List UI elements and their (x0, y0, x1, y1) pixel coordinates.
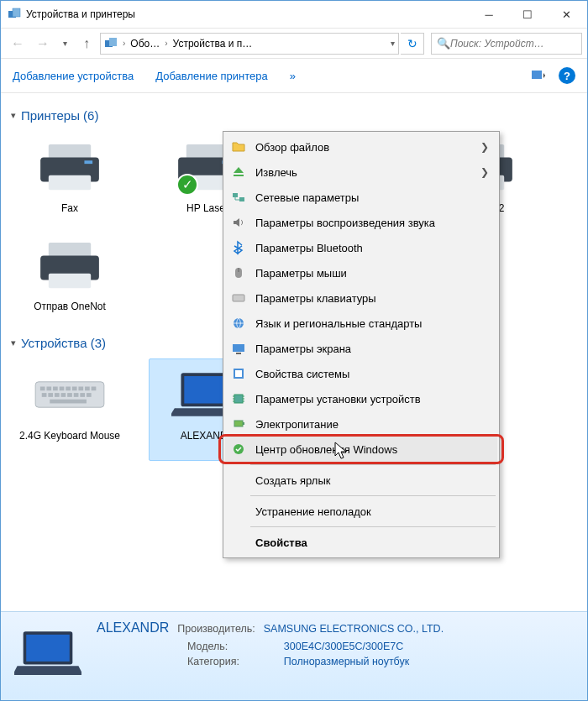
toolbar: Добавление устройства Добавление принтер… (1, 58, 587, 93)
svg-rect-27 (85, 387, 90, 391)
svg-rect-31 (55, 393, 60, 397)
menu-item[interactable]: Параметры мыши (225, 260, 497, 285)
chevron-right-icon: › (161, 39, 171, 48)
menu-item-label: Создать ярлык (255, 474, 489, 487)
group-label: Принтеры (6) (21, 108, 98, 123)
view-options-button[interactable] (527, 66, 550, 85)
svg-rect-46 (239, 197, 244, 201)
svg-rect-55 (234, 395, 243, 403)
menu-item-label: Параметры установки устройств (255, 393, 489, 405)
menu-item-label: Язык и региональные стандарты (255, 317, 489, 330)
menu-item[interactable]: Электропитание (225, 411, 497, 437)
details-title: ALEXANDR (97, 620, 169, 636)
menu-item-label: Параметры Bluetooth (255, 242, 489, 254)
search-box[interactable]: 🔍 (431, 33, 582, 55)
svg-rect-21 (46, 387, 51, 391)
details-key: Модель: (187, 641, 274, 652)
svg-rect-29 (42, 393, 47, 397)
details-pane: ALEXANDR Производитель: SAMSUNG ELECTRON… (1, 611, 587, 700)
svg-rect-52 (236, 353, 241, 354)
details-key: Производитель: (177, 623, 255, 635)
devices-printers-icon (8, 8, 21, 21)
svg-rect-30 (48, 393, 53, 397)
close-button[interactable]: ✕ (547, 2, 585, 27)
help-button[interactable]: ? (559, 67, 575, 84)
menu-item-label: Параметры мыши (255, 267, 489, 280)
group-label: Устройства (3) (21, 336, 106, 350)
menu-item-label: Обзор файлов (255, 141, 472, 154)
svg-rect-54 (235, 370, 242, 377)
add-device-link[interactable]: Добавление устройства (13, 70, 134, 82)
printer-icon (32, 137, 108, 197)
up-button[interactable]: ↑ (75, 32, 98, 55)
chevron-down-icon[interactable]: ▾ (391, 39, 395, 48)
menu-item[interactable]: Свойства (225, 530, 497, 555)
search-icon: 🔍 (437, 37, 450, 50)
menu-item[interactable]: Создать ярлык (225, 468, 497, 493)
chevron-down-icon: ▾ (11, 110, 16, 121)
chevron-right-icon: ❯ (480, 141, 489, 153)
svg-rect-33 (67, 393, 72, 397)
breadcrumb-segment[interactable]: Обо… (130, 38, 160, 50)
breadcrumb[interactable]: › Обо… › Устройства и п… ▾ (100, 33, 399, 55)
menu-item-label: Параметры экрана (255, 343, 489, 355)
chevron-right-icon: › (119, 39, 129, 48)
keyboard-icon (230, 290, 247, 306)
menu-item[interactable]: Обзор файлов❯ (225, 134, 497, 160)
menu-item[interactable]: Параметры Bluetooth (225, 235, 497, 260)
svg-rect-35 (80, 393, 85, 397)
menu-item[interactable]: Сетевые параметры (225, 185, 497, 210)
bluetooth-icon (230, 239, 247, 256)
titlebar: Устройства и принтеры ─ ☐ ✕ (1, 1, 587, 28)
menu-item-label: Извлечь (255, 166, 472, 179)
printer-item-onenote[interactable]: Отправ OneNot (11, 229, 129, 319)
toolbar-overflow[interactable]: » (290, 70, 296, 82)
menu-item[interactable]: Параметры экрана (225, 336, 497, 361)
group-header-printers[interactable]: ▾ Принтеры (6) (11, 108, 577, 123)
menu-item-label: Сетевые параметры (255, 191, 489, 204)
item-label: Отправ OneNot (34, 301, 106, 313)
printer-item-fax[interactable]: Fax (11, 131, 129, 221)
speaker-icon (230, 214, 247, 231)
svg-rect-51 (233, 344, 244, 352)
laptop-icon (14, 624, 81, 684)
details-value: SAMSUNG ELECTRONICS CO., LTD. (264, 623, 444, 635)
menu-item[interactable]: Устранение неполадок (225, 499, 497, 524)
add-printer-link[interactable]: Добавление принтера (155, 70, 267, 82)
svg-rect-49 (233, 295, 244, 301)
menu-item-label: Устранение неполадок (255, 505, 489, 518)
refresh-button[interactable]: ↻ (401, 33, 424, 55)
menu-item[interactable]: Центр обновления Windows (225, 437, 497, 462)
svg-rect-23 (60, 387, 65, 391)
menu-item[interactable]: Язык и региональные стандарты (225, 311, 497, 336)
menu-item[interactable]: Параметры клавиатуры (225, 285, 497, 311)
menu-separator (250, 526, 496, 527)
search-input[interactable] (450, 38, 577, 50)
menu-item[interactable]: Параметры установки устройств (225, 386, 497, 411)
folder-icon (230, 139, 247, 155)
maximize-button[interactable]: ☐ (508, 2, 547, 27)
breadcrumb-segment[interactable]: Устройства и п… (173, 38, 253, 50)
chip-icon (230, 390, 247, 407)
back-button[interactable]: ← (6, 32, 29, 55)
svg-rect-37 (50, 400, 87, 404)
details-value: 300E4C/300E5C/300E7C (284, 641, 444, 652)
history-dropdown[interactable]: ▾ (56, 39, 73, 48)
item-label: 2.4G Keyboard Mouse (19, 430, 120, 442)
globe-icon (230, 315, 247, 332)
menu-item[interactable]: Свойства системы (225, 361, 497, 386)
forward-button[interactable]: → (31, 32, 55, 55)
blank-icon (230, 503, 247, 520)
svg-rect-18 (49, 274, 91, 288)
menu-item-label: Электропитание (255, 418, 489, 431)
minimize-button[interactable]: ─ (470, 2, 508, 27)
menu-item[interactable]: Извлечь❯ (225, 160, 497, 185)
svg-rect-25 (72, 387, 77, 391)
svg-rect-63 (243, 422, 244, 425)
svg-rect-8 (84, 160, 92, 164)
svg-rect-20 (40, 387, 45, 391)
menu-item[interactable]: Параметры воспроизведения звука (225, 210, 497, 235)
svg-rect-5 (49, 144, 91, 159)
device-item-keyboard[interactable]: 2.4G Keyboard Mouse (11, 358, 129, 461)
svg-rect-34 (74, 393, 79, 397)
